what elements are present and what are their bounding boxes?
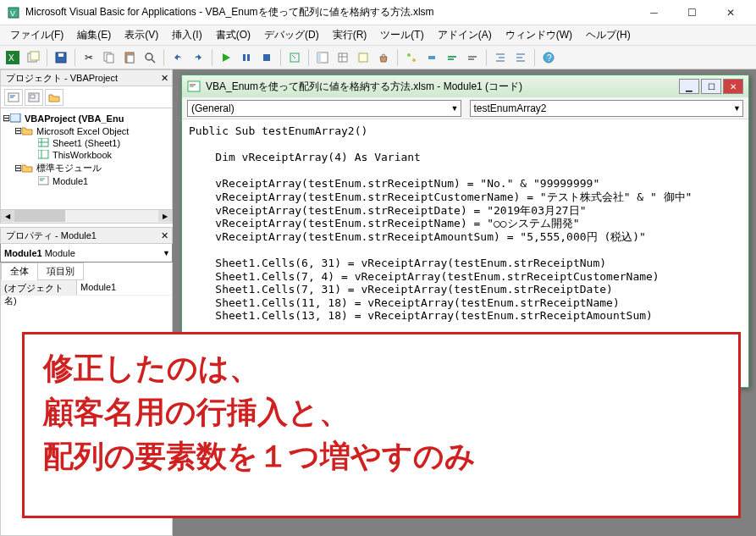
project-tree[interactable]: ⊟ VBAProject (VBA_Enu ⊟ Microsoft Excel … [0,108,173,210]
break-icon[interactable] [237,48,256,67]
menu-run[interactable]: 実行(R) [326,26,374,44]
menu-window[interactable]: ウィンドウ(W) [499,26,579,44]
tree-thisworkbook[interactable]: ThisWorkbook [52,150,112,160]
module-icon [38,176,50,186]
window-title: Microsoft Visual Basic for Applications … [25,5,635,19]
menu-tools[interactable]: ツール(T) [373,26,430,44]
app-icon: V [7,6,20,19]
tab-order-icon[interactable] [402,48,421,67]
scroll-right-icon[interactable]: ▶ [158,210,172,222]
maximize-button[interactable]: ☐ [673,1,711,25]
svg-rect-29 [448,58,454,60]
prop-key-name: (オブジェクト名) [1,280,77,296]
svg-rect-24 [359,53,367,62]
menu-debug[interactable]: デバッグ(D) [257,26,326,44]
copy-icon[interactable] [100,48,119,67]
folder-icon [22,126,34,136]
tab-categorized[interactable]: 項目別 [37,262,84,280]
minimize-button[interactable]: ─ [635,1,673,25]
svg-rect-7 [58,53,63,57]
tool-bar: X ✂ ? [0,46,756,69]
svg-rect-49 [38,150,48,158]
help-icon[interactable]: ? [539,48,558,67]
outdent-icon[interactable] [511,48,530,67]
menu-addins[interactable]: アドイン(A) [431,26,499,44]
code-window-title-bar[interactable]: VBA_Enumを使って配列に値を格納する方法.xlsm - Module1 (… [182,75,748,97]
paste-icon[interactable] [120,48,139,67]
close-button[interactable]: ✕ [711,1,749,25]
svg-rect-31 [468,58,474,60]
tab-alphabetic[interactable]: 全体 [1,262,38,280]
svg-rect-9 [107,54,113,63]
svg-rect-27 [428,56,435,59]
view-object-icon[interactable] [25,89,43,106]
prop-row[interactable]: (オブジェクト名) Module1 [1,280,172,296]
save-icon[interactable] [52,48,70,67]
toolbox-icon[interactable] [374,48,393,67]
object-combo[interactable]: (General)▼ [187,100,461,117]
annotation-callout: 修正したのは、 顧客名用の行挿入と、 配列の要素数を１つ増やすのみ [22,332,741,518]
svg-text:?: ? [547,53,552,63]
child-minimize-button[interactable]: ▁ [679,79,699,94]
run-icon[interactable] [217,48,235,67]
prop-object-type: Module [45,248,75,258]
tree-sheet1[interactable]: Sheet1 (Sheet1) [52,138,120,148]
tree-project-root[interactable]: VBAProject (VBA_Enu [25,113,124,124]
scroll-left-icon[interactable]: ◀ [1,210,14,222]
indent-icon[interactable] [491,48,510,67]
menu-format[interactable]: 書式(O) [209,26,257,44]
project-panel-title-text: プロジェクト - VBAProject [6,72,118,85]
object-browser-icon[interactable] [354,48,372,67]
svg-rect-20 [317,52,321,63]
insert-module-icon[interactable] [24,48,42,67]
project-panel-title: プロジェクト - VBAProject ✕ [0,69,173,86]
svg-rect-15 [243,54,246,61]
project-toolbar [0,86,173,108]
prop-object-name: Module1 [4,248,42,258]
comment-icon[interactable] [443,48,461,67]
child-maximize-button[interactable]: ☐ [701,79,721,94]
child-close-button[interactable]: ✕ [723,79,743,94]
properties-icon[interactable] [334,48,352,67]
object-combo-value: (General) [191,102,235,114]
tree-excel-objects[interactable]: Microsoft Excel Object [36,126,129,136]
project-explorer-icon[interactable] [313,48,332,67]
undo-icon[interactable] [168,48,187,67]
cut-icon[interactable]: ✂ [80,48,98,67]
project-icon [10,113,22,124]
redo-icon[interactable] [189,48,207,67]
svg-rect-45 [10,113,20,122]
tree-modules-folder[interactable]: 標準モジュール [36,162,102,174]
workbook-icon [38,150,50,160]
menu-file[interactable]: ファイル(F) [3,26,70,44]
excel-icon[interactable]: X [3,48,22,67]
chevron-down-icon: ▼ [451,104,459,113]
project-hscrollbar[interactable]: ◀ ▶ [0,210,173,224]
menu-insert[interactable]: 挿入(I) [165,26,208,44]
svg-rect-30 [468,56,477,58]
bookmark-icon[interactable] [422,48,441,67]
menu-view[interactable]: 表示(V) [118,26,165,44]
prop-val-name[interactable]: Module1 [77,280,172,296]
design-mode-icon[interactable] [285,48,304,67]
menu-help[interactable]: ヘルプ(H) [579,26,637,44]
procedure-combo[interactable]: testEnumArray2▼ [470,100,744,117]
code-window-title: VBA_Enumを使って配列に値を格納する方法.xlsm - Module1 (… [206,80,674,94]
view-code-icon[interactable] [4,89,23,106]
properties-close-icon[interactable]: ✕ [161,230,168,241]
annotation-line1: 修正したのは、 [43,346,720,390]
properties-object-combo[interactable]: Module1 Module ▼ [0,244,173,262]
svg-rect-16 [247,54,250,61]
procedure-combo-value: testEnumArray2 [474,102,547,114]
tree-module1[interactable]: Module1 [52,176,88,186]
annotation-line3: 配列の要素数を１つ増やすのみ [43,434,720,478]
menu-edit[interactable]: 編集(E) [70,26,118,44]
svg-rect-17 [263,54,270,61]
reset-icon[interactable] [257,48,276,67]
project-panel-close-icon[interactable]: ✕ [161,73,168,84]
svg-point-12 [146,53,152,60]
scroll-thumb[interactable] [14,210,65,222]
uncomment-icon[interactable] [463,48,482,67]
find-icon[interactable] [141,48,159,67]
toggle-folders-icon[interactable] [45,89,63,106]
